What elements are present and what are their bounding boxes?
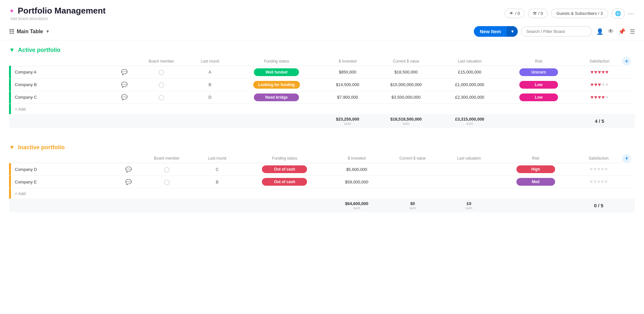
chat-icon[interactable]: 💬 — [119, 163, 138, 176]
views-button[interactable]: 👁 / 0 — [505, 9, 524, 18]
sum-current-value-label: sum — [376, 122, 436, 125]
funding-badge: Need bridge — [254, 93, 299, 101]
table-name-area[interactable]: ☷ Main Table ▼ — [9, 28, 50, 35]
last-valuation-cell: £15,000,000 — [439, 66, 500, 78]
current-value-cell: $15,000,000,000 — [373, 78, 439, 91]
globe-icon-button[interactable]: 🌐 — [611, 8, 625, 19]
satisfaction-score: 4 / 5 — [580, 118, 620, 124]
add-row: + Add — [9, 103, 635, 114]
person-icon[interactable]: ◯ — [134, 91, 189, 103]
risk-col-header-2: Risk — [496, 154, 575, 163]
satisfaction-cell: ♥♥♥♥♥ — [577, 91, 622, 103]
sum-row: $64,600,000 sum $0 sum £0 sum 0 / 5 — [9, 199, 635, 212]
chat-col-header — [115, 57, 133, 66]
company-name[interactable]: Company E — [11, 176, 119, 188]
invested-cell: $5,600,000 — [330, 163, 383, 176]
last-round-col-header: Last round — [189, 57, 231, 66]
funding-status-col-header-2: Funding status — [239, 154, 330, 163]
round-cell: A — [189, 66, 231, 78]
last-valuation-cell: £2,300,000,000 — [439, 91, 500, 103]
guests-button[interactable]: Guests & Subscribers / 3 — [551, 9, 608, 18]
sum-empty-1 — [11, 199, 119, 212]
filter-icon[interactable]: ☰ — [630, 28, 635, 35]
add-item-button[interactable]: + Add — [15, 107, 26, 112]
empty-col — [622, 66, 635, 78]
table-row: Company A 💬 ◯ A Well funded $850,000 $18… — [9, 66, 635, 78]
invested-cell: $59,000,000 — [330, 176, 383, 188]
risk-cell: Low — [500, 91, 577, 103]
last-valuation-col-header-2: Last valuation — [442, 154, 496, 163]
risk-badge: Low — [519, 81, 558, 89]
sum-last-valuation-val: £3,315,000,000 — [441, 117, 498, 122]
sum-invested: $64,600,000 sum — [330, 199, 383, 212]
new-item-dropdown-button[interactable]: ▼ — [507, 26, 518, 37]
inactive-table-body: Company D 💬 ◯ C Out of cash $5,600,000 H… — [9, 163, 635, 213]
board-member-col-header-2: Board member — [138, 154, 196, 163]
tools-button[interactable]: ⚒ / 0 — [528, 9, 548, 18]
company-name[interactable]: Company C — [11, 91, 115, 103]
heart-empty-icon: ♥ — [605, 166, 608, 172]
invested-col-header: $ Invested — [322, 57, 373, 66]
company-name[interactable]: Company A — [11, 66, 115, 78]
sum-empty-1 — [11, 114, 115, 128]
chat-icon[interactable]: 💬 — [119, 176, 138, 188]
active-section-header: ▼ Active portfolio — [9, 47, 635, 54]
empty-col — [622, 91, 635, 103]
chat-icon[interactable]: 💬 — [115, 91, 133, 103]
active-add-col-button[interactable]: + — [622, 57, 631, 66]
sum-empty-3 — [134, 114, 189, 128]
new-item-button[interactable]: New Item — [474, 26, 507, 37]
funding-badge: Looking for funding — [253, 81, 300, 89]
funding-status-col-header: Funding status — [231, 57, 322, 66]
table-name: Main Table — [17, 29, 43, 34]
invested-cell: $850,000 — [322, 66, 373, 78]
sum-empty-5 — [231, 114, 322, 128]
risk-cell: Unicorn — [500, 66, 577, 78]
round-cell: B — [195, 176, 239, 188]
chat-icon[interactable]: 💬 — [115, 66, 133, 78]
person-icon[interactable]: ◯ — [138, 176, 196, 188]
inactive-portfolio-table: Board member Last round Funding status $… — [9, 154, 635, 213]
heart-empty-icon: ♥ — [597, 166, 601, 172]
add-col-header: + — [622, 57, 635, 66]
heart-empty-icon: ♥ — [605, 179, 608, 185]
empty-col — [622, 163, 635, 176]
last-valuation-col-header: Last valuation — [439, 57, 500, 66]
satisfaction-score: 0 / 5 — [578, 203, 620, 208]
person-icon[interactable]: ◯ — [138, 163, 196, 176]
board-description[interactable]: Add board description — [9, 16, 106, 21]
sum-current-value: $18,518,500,000 sum — [373, 114, 439, 128]
current-value-cell: $3,500,000,000 — [373, 91, 439, 103]
company-name[interactable]: Company D — [11, 163, 119, 176]
sum-empty-2 — [115, 114, 133, 128]
sum-invested: $23,250,000 sum — [322, 114, 373, 128]
board-member-col-header: Board member — [134, 57, 189, 66]
sum-last-valuation-val: £0 — [445, 201, 494, 206]
heart-empty-icon: ♥ — [605, 82, 609, 88]
person-icon[interactable]: 👤 — [596, 28, 603, 35]
current-value-cell — [383, 163, 442, 176]
heart-filled-icon: ♥ — [598, 69, 601, 75]
satisfaction-col-header: Satisfaction — [577, 57, 622, 66]
more-options-button[interactable]: ⋯ — [628, 10, 635, 17]
chat-icon[interactable]: 💬 — [115, 78, 133, 91]
heart-filled-icon: ♥ — [605, 69, 609, 75]
round-cell: B — [189, 78, 231, 91]
person-icon[interactable]: ◯ — [134, 78, 189, 91]
person-icon[interactable]: ◯ — [134, 66, 189, 78]
top-right-controls: 👁 / 0 ⚒ / 0 Guests & Subscribers / 3 🌐 ⋯ — [505, 8, 635, 19]
inactive-add-col-button[interactable]: + — [622, 154, 631, 163]
company-name[interactable]: Company B — [11, 78, 115, 91]
risk-col-header: Risk — [500, 57, 577, 66]
search-input[interactable] — [521, 26, 592, 36]
round-cell: D — [189, 91, 231, 103]
name-col-header — [11, 57, 115, 66]
active-section-toggle[interactable]: ▼ — [9, 47, 15, 54]
pin-icon[interactable]: 📌 — [618, 28, 625, 35]
add-item-button[interactable]: + Add — [15, 191, 26, 196]
eye-icon[interactable]: 👁 — [608, 28, 614, 35]
inactive-section-toggle[interactable]: ▼ — [9, 144, 15, 151]
new-item-button-group[interactable]: New Item ▼ — [474, 26, 518, 37]
heart-empty-icon: ♥ — [602, 82, 605, 88]
sum-invested-value: $23,250,000 — [325, 117, 371, 122]
